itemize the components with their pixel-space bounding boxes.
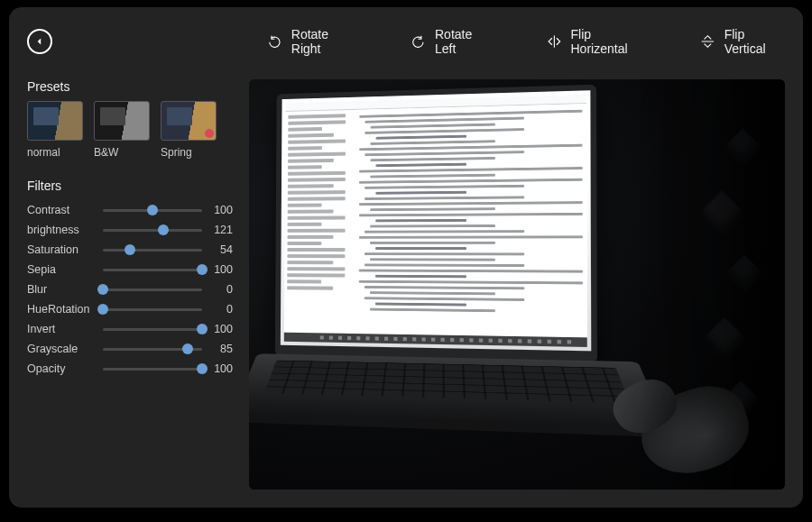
rotate-right-icon xyxy=(267,33,282,50)
filter-row-brightness: brightness121 xyxy=(27,220,233,240)
flip-horizontal-button[interactable]: Flip Horizental xyxy=(547,27,646,56)
filter-row-sepia: Sepia100 xyxy=(27,260,233,279)
flip-horizontal-icon xyxy=(547,33,562,50)
rotate-left-icon xyxy=(411,33,426,50)
image-canvas[interactable] xyxy=(249,79,785,490)
filter-row-contrast: Contrast100 xyxy=(27,200,233,220)
flip-vertical-label: Flip Vertical xyxy=(724,27,785,56)
filter-slider-invert[interactable] xyxy=(103,323,202,335)
preset-thumb xyxy=(94,101,150,141)
filter-value: 100 xyxy=(208,204,233,216)
filter-value: 0 xyxy=(208,283,233,296)
filter-label: Sepia xyxy=(27,263,97,276)
filter-row-invert: Invert100 xyxy=(27,319,233,339)
arrow-left-icon xyxy=(33,35,46,48)
presets-list: normalB&WSpring xyxy=(27,101,233,159)
filters-heading: Filters xyxy=(27,179,233,193)
filter-value: 100 xyxy=(208,362,233,375)
editor-app: Rotate Right Rotate Left Flip Horizental… xyxy=(9,7,803,508)
transform-toolbar: Rotate Right Rotate Left Flip Horizental… xyxy=(260,27,785,56)
filter-slider-huerotation[interactable] xyxy=(103,303,202,316)
filter-slider-grayscale[interactable] xyxy=(103,343,202,355)
preset-label: Spring xyxy=(161,146,217,159)
sidebar: Presets normalB&WSpring Filters Contrast… xyxy=(27,79,233,490)
filter-slider-blur[interactable] xyxy=(103,283,202,296)
laptop-illustration xyxy=(257,84,608,411)
filter-label: Contrast xyxy=(27,204,97,216)
filter-slider-contrast[interactable] xyxy=(103,204,202,216)
filter-slider-brightness[interactable] xyxy=(103,224,202,236)
rotate-left-button[interactable]: Rotate Left xyxy=(411,27,492,56)
filter-row-huerotation: HueRotation0 xyxy=(27,299,233,319)
filter-label: Opacity xyxy=(27,362,97,375)
filter-label: Blur xyxy=(27,283,97,296)
flip-horizontal-label: Flip Horizental xyxy=(571,27,646,56)
main-area: Presets normalB&WSpring Filters Contrast… xyxy=(27,79,785,490)
filter-slider-saturation[interactable] xyxy=(103,243,202,256)
rotate-left-label: Rotate Left xyxy=(435,27,493,56)
filter-row-blur: Blur0 xyxy=(27,279,233,299)
filter-label: Grayscale xyxy=(27,343,97,355)
preset-spring[interactable]: Spring xyxy=(161,101,217,159)
preset-b-w[interactable]: B&W xyxy=(94,101,150,159)
flip-vertical-icon xyxy=(700,33,715,50)
filter-label: Saturation xyxy=(27,243,97,256)
filter-label: HueRotation xyxy=(27,303,97,316)
filter-value: 121 xyxy=(208,224,233,236)
filter-row-opacity: Opacity100 xyxy=(27,359,233,379)
filter-row-saturation: Saturation54 xyxy=(27,240,233,260)
filter-value: 100 xyxy=(208,263,233,276)
back-button[interactable] xyxy=(27,29,52,54)
preset-thumb xyxy=(27,101,83,141)
image-preview xyxy=(249,79,785,490)
filter-slider-sepia[interactable] xyxy=(103,263,202,276)
filter-slider-opacity[interactable] xyxy=(103,362,202,375)
rotate-right-label: Rotate Right xyxy=(291,27,356,56)
preset-label: B&W xyxy=(94,146,150,159)
topbar: Rotate Right Rotate Left Flip Horizental… xyxy=(27,23,785,60)
preset-label: normal xyxy=(27,146,83,159)
preset-thumb xyxy=(161,101,217,141)
presets-heading: Presets xyxy=(27,79,233,94)
filter-value: 54 xyxy=(208,243,233,256)
filters-list: Contrast100brightness121Saturation54Sepi… xyxy=(27,200,233,379)
filter-value: 85 xyxy=(208,343,233,355)
rotate-right-button[interactable]: Rotate Right xyxy=(267,27,356,56)
filter-row-grayscale: Grayscale85 xyxy=(27,339,233,359)
filter-label: brightness xyxy=(27,224,97,236)
filter-label: Invert xyxy=(27,323,97,335)
preset-normal[interactable]: normal xyxy=(27,101,83,159)
flip-vertical-button[interactable]: Flip Vertical xyxy=(700,27,785,56)
filter-value: 0 xyxy=(208,303,233,316)
filter-value: 100 xyxy=(208,323,233,335)
